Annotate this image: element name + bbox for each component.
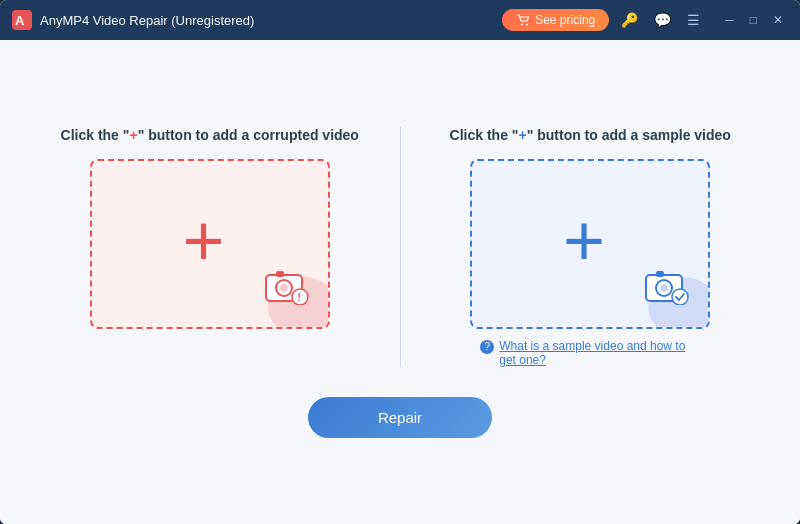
window-controls: ─ □ ✕ <box>720 11 788 29</box>
corrupted-plus-icon: + <box>182 204 224 276</box>
svg-rect-15 <box>656 271 664 277</box>
corrupted-plus-symbol: + <box>129 127 137 143</box>
svg-point-2 <box>521 24 523 26</box>
panel-divider <box>400 127 401 367</box>
app-title: AnyMP4 Video Repair (Unregistered) <box>40 13 502 28</box>
svg-point-14 <box>660 284 668 292</box>
svg-point-3 <box>526 24 528 26</box>
corrupted-camera-icon: ! <box>264 267 310 309</box>
sample-plus-icon: + <box>563 204 605 276</box>
main-content: Click the "+" button to add a corrupted … <box>0 40 800 524</box>
help-link-text: What is a sample video and how to get on… <box>499 339 700 367</box>
sample-video-help-link[interactable]: ? What is a sample video and how to get … <box>480 339 700 367</box>
corrupted-video-dropzone[interactable]: + ! <box>90 159 330 329</box>
svg-rect-8 <box>276 271 284 277</box>
repair-button[interactable]: Repair <box>308 397 492 438</box>
sample-plus-symbol: + <box>518 127 526 143</box>
minimize-button[interactable]: ─ <box>720 11 739 29</box>
see-pricing-label: See pricing <box>535 13 595 27</box>
cart-icon <box>516 14 530 26</box>
sample-panel-label: Click the "+" button to add a sample vid… <box>450 127 731 143</box>
see-pricing-button[interactable]: See pricing <box>502 9 609 31</box>
title-bar: A AnyMP4 Video Repair (Unregistered) See… <box>0 0 800 40</box>
svg-text:!: ! <box>297 292 300 303</box>
svg-point-7 <box>280 284 288 292</box>
sample-video-panel: Click the "+" button to add a sample vid… <box>421 127 761 367</box>
svg-point-16 <box>672 289 688 305</box>
panels-row: Click the "+" button to add a corrupted … <box>40 127 760 367</box>
svg-text:A: A <box>15 13 25 28</box>
message-icon[interactable]: 💬 <box>650 10 675 30</box>
corrupted-panel-label: Click the "+" button to add a corrupted … <box>61 127 359 143</box>
title-bar-actions: See pricing 🔑 💬 ☰ ─ □ ✕ <box>502 9 788 31</box>
sample-camera-icon <box>644 267 690 309</box>
maximize-button[interactable]: □ <box>745 11 762 29</box>
menu-icon[interactable]: ☰ <box>683 10 704 30</box>
corrupted-dropzone-inner: + ! <box>92 161 328 327</box>
app-logo-icon: A <box>12 10 32 30</box>
key-icon[interactable]: 🔑 <box>617 10 642 30</box>
help-icon: ? <box>480 340 494 354</box>
corrupted-video-panel: Click the "+" button to add a corrupted … <box>40 127 380 329</box>
repair-button-label: Repair <box>378 409 422 426</box>
sample-dropzone-inner: + <box>472 161 708 327</box>
sample-video-dropzone[interactable]: + <box>470 159 710 329</box>
close-button[interactable]: ✕ <box>768 11 788 29</box>
app-window: A AnyMP4 Video Repair (Unregistered) See… <box>0 0 800 524</box>
